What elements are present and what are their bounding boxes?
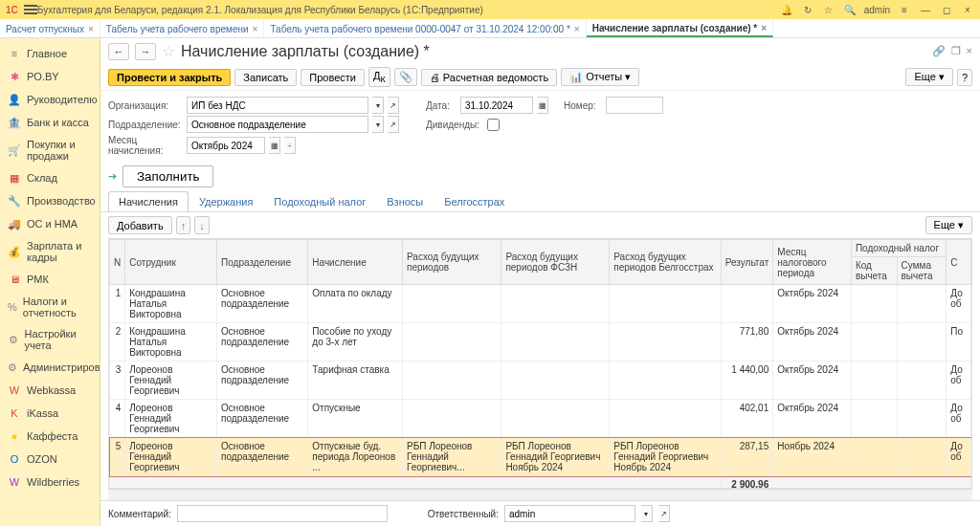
sidebar-item[interactable]: ⚙Администрирование — [0, 356, 100, 379]
sidebar-item[interactable]: OOZON — [0, 448, 100, 471]
sidebar-item[interactable]: ▦Склад — [0, 166, 100, 189]
col-header[interactable]: Расход будущих периодов — [403, 240, 501, 285]
sidebar-item[interactable]: 👤Руководителю — [0, 88, 100, 111]
dept-input[interactable] — [187, 116, 368, 133]
sidebar-item[interactable]: 🚚ОС и НМА — [0, 212, 100, 235]
org-dropdown-icon[interactable]: ▾ — [372, 97, 384, 114]
horizontal-scrollbar[interactable] — [108, 489, 972, 500]
col-header[interactable]: Начисление — [308, 240, 403, 285]
attach-icon-button[interactable]: 📎 — [394, 68, 417, 86]
sidebar-item-label: Главное — [27, 48, 67, 59]
dept-dropdown-icon[interactable]: ▾ — [372, 116, 384, 133]
add-row-button[interactable]: Добавить — [108, 216, 172, 234]
col-header[interactable]: Результат — [721, 240, 772, 285]
menu-burger-icon[interactable] — [24, 3, 37, 16]
table-more-button[interactable]: Еще ▾ — [925, 216, 972, 234]
maximize-icon[interactable]: ◻ — [940, 3, 953, 16]
close-tab-icon[interactable]: × — [574, 24, 580, 34]
close-tab-icon[interactable]: × — [253, 24, 258, 34]
responsible-input[interactable] — [504, 505, 635, 522]
sidebar-item[interactable]: KiKassa — [0, 402, 100, 425]
org-open-icon[interactable]: ↗ — [388, 97, 399, 114]
responsible-dropdown-icon[interactable]: ▾ — [641, 505, 653, 522]
doc-tab[interactable]: Табель учета рабочего времени 0000-0047 … — [264, 19, 586, 37]
sidebar-item[interactable]: 💰Зарплата и кадры — [0, 235, 100, 268]
post-and-close-button[interactable]: Провести и закрыть — [108, 69, 231, 86]
nav-back-button[interactable]: ← — [108, 43, 129, 60]
close-tab-icon[interactable]: × — [88, 24, 94, 34]
dividends-checkbox[interactable] — [487, 119, 500, 131]
history-icon[interactable]: ↻ — [801, 3, 814, 16]
sidebar-item[interactable]: 🔧Производство — [0, 189, 100, 212]
col-header[interactable]: Месяц налогового периода — [773, 240, 852, 285]
dept-label: Подразделение: — [108, 120, 183, 130]
sidebar-item[interactable]: ⚙Настройки учета — [0, 323, 100, 356]
dk-icon-button[interactable]: ДК — [368, 67, 390, 87]
doc-tab[interactable]: Табель учета рабочего времени× — [100, 19, 265, 37]
close-window-icon[interactable]: × — [961, 3, 974, 16]
col-subheader[interactable]: Код вычета — [851, 257, 897, 285]
col-header[interactable]: Подразделение — [217, 240, 308, 285]
month-picker-icon[interactable]: ▦ — [269, 137, 280, 154]
print-sheet-button[interactable]: 🖨 Расчетная ведомость — [421, 69, 557, 86]
table-row[interactable]: 2Кондрашина Наталья ВикторовнаОсновное п… — [110, 323, 971, 362]
move-up-button[interactable]: ↑ — [176, 216, 191, 234]
fill-button[interactable]: Заполнить — [122, 165, 213, 187]
table-row[interactable]: 4Лореонов Геннадий ГеоргиевичОсновное по… — [110, 400, 971, 438]
subtab[interactable]: Взносы — [376, 191, 434, 211]
move-down-button[interactable]: ↓ — [194, 216, 210, 234]
month-stepper-icon[interactable]: ÷ — [284, 137, 296, 154]
sidebar-item[interactable]: 🏦Банк и касса — [0, 111, 100, 134]
doc-tab[interactable]: Начисление зарплаты (создание) *× — [587, 19, 773, 37]
responsible-open-icon[interactable]: ↗ — [658, 505, 670, 522]
close-page-icon[interactable]: × — [967, 45, 972, 57]
subtab[interactable]: Белгосстрах — [434, 191, 515, 211]
col-header[interactable]: Расход будущих периодов Белгосстрах — [610, 240, 721, 285]
star-icon[interactable]: ☆ — [822, 3, 835, 16]
sidebar-item[interactable]: ●Каффеста — [0, 425, 100, 448]
subtab[interactable]: Начисления — [108, 191, 189, 211]
sidebar-item[interactable]: WWebkassa — [0, 379, 100, 402]
table-row[interactable]: 1Кондрашина Наталья ВикторовнаОсновное п… — [110, 285, 971, 323]
table-row[interactable]: 5Лореонов Геннадий ГеоргиевичОсновное по… — [110, 438, 971, 476]
date-picker-icon[interactable]: ▦ — [537, 97, 548, 114]
sidebar-item[interactable]: ≡Главное — [0, 42, 100, 65]
table-row[interactable]: 3Лореонов Геннадий ГеоргиевичОсновное по… — [110, 362, 971, 400]
num-input[interactable] — [606, 97, 663, 114]
comment-input[interactable] — [177, 505, 388, 522]
more-button[interactable]: Еще ▾ — [905, 68, 952, 86]
user-label[interactable]: admin — [864, 5, 890, 15]
col-subheader[interactable]: Сумма вычета — [897, 257, 947, 285]
search-icon[interactable]: 🔍 — [843, 3, 857, 16]
sidebar-item[interactable]: 🖥РМК — [0, 268, 100, 291]
doc-tab[interactable]: Расчет отпускных× — [0, 19, 100, 37]
favorite-star-icon[interactable]: ☆ — [162, 42, 175, 60]
help-button[interactable]: ? — [957, 69, 972, 86]
subtab[interactable]: Удержания — [189, 191, 263, 211]
col-header[interactable]: Сотрудник — [125, 240, 217, 285]
sidebar-item[interactable]: WWildberries — [0, 471, 100, 493]
sidebar-item[interactable]: %Налоги и отчетность — [0, 291, 100, 323]
dept-open-icon[interactable]: ↗ — [388, 116, 399, 133]
date-input[interactable] — [460, 97, 533, 114]
nav-forward-button[interactable]: → — [135, 43, 156, 60]
link-icon[interactable]: 🔗 — [932, 45, 946, 57]
settings-icon[interactable]: ≡ — [898, 3, 911, 16]
bell-icon[interactable]: 🔔 — [780, 3, 793, 16]
sidebar-item[interactable]: 🛒Покупки и продажи — [0, 134, 100, 166]
month-input[interactable] — [187, 137, 265, 154]
col-header[interactable]: Расход будущих периодов ФСЗН — [501, 240, 610, 285]
detach-icon[interactable]: ❐ — [951, 45, 961, 57]
write-button[interactable]: Записать — [234, 69, 297, 86]
sidebar-item[interactable]: ✱PO.BY — [0, 65, 100, 88]
col-header[interactable]: Подоходный налог — [851, 240, 946, 257]
subtab[interactable]: Подоходный налог — [263, 191, 376, 211]
org-input[interactable] — [187, 97, 368, 114]
post-button[interactable]: Провести — [301, 69, 365, 86]
col-header[interactable]: N — [110, 240, 125, 285]
col-header[interactable]: С — [947, 240, 971, 285]
reports-button[interactable]: 📊 Отчеты ▾ — [561, 68, 639, 86]
close-tab-icon[interactable]: × — [761, 23, 767, 33]
minimize-icon[interactable]: — — [919, 3, 932, 16]
table-wrap[interactable]: NСотрудникПодразделениеНачислениеРасход … — [108, 238, 972, 489]
